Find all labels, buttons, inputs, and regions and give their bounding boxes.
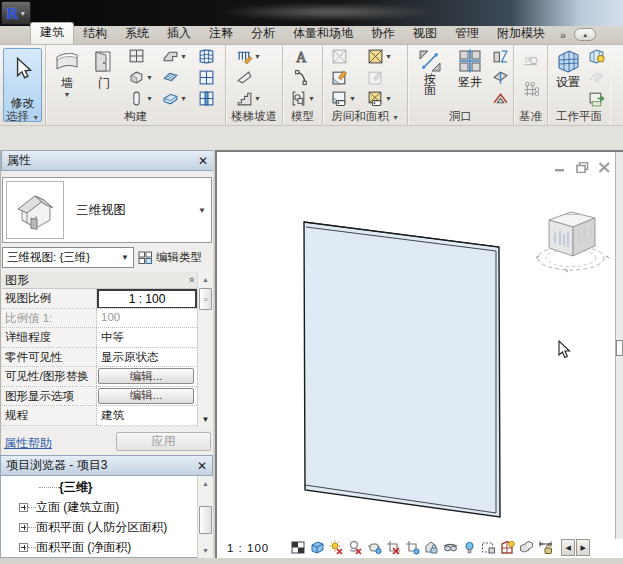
railing-dropdown[interactable]: ▼ xyxy=(254,53,261,60)
properties-header[interactable]: 属性 ✕ xyxy=(1,150,214,171)
view-lock-icon[interactable] xyxy=(424,540,439,555)
tab-manage[interactable]: 管理 xyxy=(446,23,488,44)
vertical-opening-button[interactable] xyxy=(492,69,509,86)
drawing-area[interactable]: 1 : 100 xyxy=(215,150,623,558)
shadows-icon[interactable] xyxy=(348,540,363,555)
parts-visibility-value[interactable]: 显示原状态 xyxy=(97,348,197,367)
tree-item-elevations[interactable]: 立面 (建筑立面) xyxy=(1,497,197,517)
stair-dropdown[interactable]: ▼ xyxy=(254,95,261,102)
edit-type-button[interactable]: 编辑类型 xyxy=(138,247,214,268)
roof-button[interactable] xyxy=(162,48,179,65)
displacement-sets-icon[interactable] xyxy=(519,540,534,555)
stair-button[interactable] xyxy=(236,90,253,107)
panel-label-opening[interactable]: 洞口 xyxy=(408,109,513,124)
viewbar-scroll-right-button[interactable]: ▶ xyxy=(576,539,590,556)
tag-room-button[interactable] xyxy=(331,90,348,107)
instance-combo[interactable]: 三维视图: {三维} ▼ xyxy=(2,247,134,268)
tab-analyze[interactable]: 分析 xyxy=(242,23,284,44)
tab-systems[interactable]: 系统 xyxy=(116,23,158,44)
rendering-dialog-icon[interactable] xyxy=(367,540,382,555)
panel-label-build[interactable]: 构建 xyxy=(46,109,225,124)
wall-button[interactable]: 墙 ▼ xyxy=(51,49,83,97)
area-boundary-button[interactable] xyxy=(367,69,384,86)
group-header-graphics[interactable]: 图形 » xyxy=(2,272,197,289)
panel-label-model[interactable]: 模型 xyxy=(283,109,322,124)
tree-item-area-plans-civil[interactable]: 面积平面 (人防分区面积) xyxy=(1,517,197,537)
scroll-up-icon[interactable]: ▲ xyxy=(199,477,212,490)
opening-by-face-button[interactable]: 按 面 xyxy=(412,48,448,96)
temporary-view-properties-icon[interactable] xyxy=(481,540,496,555)
group-collapse-icon[interactable]: » xyxy=(186,278,197,283)
detail-level-value[interactable]: 中等 xyxy=(97,328,197,347)
panel-label-stairs[interactable]: 楼梯坡道 xyxy=(226,109,282,124)
model-group-dropdown[interactable]: ▼ xyxy=(308,95,315,102)
visual-style-icon[interactable] xyxy=(310,540,325,555)
workplane-viewer-button[interactable] xyxy=(588,90,605,107)
tab-architecture[interactable]: 建筑 xyxy=(30,22,74,44)
canvas-vertical-scrollbar[interactable] xyxy=(615,152,623,539)
panel-label-workplane[interactable]: 工作平面 xyxy=(548,109,610,124)
crop-view-icon[interactable] xyxy=(386,540,401,555)
minimize-ribbon-button[interactable]: ▲ xyxy=(574,28,596,41)
door-button[interactable]: 门 xyxy=(88,49,120,92)
area-dropdown[interactable]: ▼ xyxy=(385,53,392,60)
discipline-value[interactable]: 建筑 xyxy=(97,406,197,425)
panel-label-select[interactable]: 选择 ▼ xyxy=(0,109,45,124)
scroll-down-icon[interactable]: ▼ xyxy=(199,544,212,557)
ramp-button[interactable] xyxy=(236,69,253,86)
display-options-edit-button[interactable]: 编辑... xyxy=(98,388,194,404)
tab-overflow-icon[interactable]: » xyxy=(554,27,568,44)
tree-item-area-plans-net[interactable]: 面积平面 (净面积) xyxy=(1,537,197,557)
shaft-button[interactable]: 竖井 xyxy=(452,48,488,91)
model-group-button[interactable] xyxy=(290,90,307,107)
expand-icon[interactable] xyxy=(19,503,28,512)
tab-collaborate[interactable]: 协作 xyxy=(362,23,404,44)
expand-icon[interactable] xyxy=(19,523,28,532)
window-button[interactable] xyxy=(128,48,145,65)
sun-path-icon[interactable] xyxy=(329,540,344,555)
mullion-button[interactable] xyxy=(198,90,215,107)
view-scale-button[interactable]: 1 : 100 xyxy=(227,542,269,554)
floor-button[interactable] xyxy=(162,90,179,107)
ceiling-button[interactable] xyxy=(162,69,179,86)
view-scale-input[interactable]: 1 : 100 xyxy=(97,289,197,308)
properties-scrollbar[interactable]: ▲ ≡ ▼ xyxy=(197,272,213,427)
reveal-hidden-icon[interactable] xyxy=(462,540,477,555)
scroll-down-icon[interactable]: ▼ xyxy=(199,413,212,426)
application-menu-button[interactable]: R ▼ xyxy=(1,1,31,25)
vg-edit-button[interactable]: 编辑... xyxy=(98,368,194,384)
type-selector[interactable]: 三维视图 ▼ xyxy=(2,177,212,243)
room-separator-button[interactable] xyxy=(331,69,348,86)
room-button[interactable] xyxy=(331,48,348,65)
hide-isolate-icon[interactable] xyxy=(443,540,458,555)
component-button[interactable] xyxy=(128,69,145,86)
model-line-button[interactable] xyxy=(293,69,310,86)
apply-button[interactable]: 应用 xyxy=(116,432,211,451)
grid-button[interactable] xyxy=(522,81,539,98)
component-dropdown[interactable]: ▼ xyxy=(146,74,153,81)
tree-item-3d-view[interactable]: {三维} xyxy=(1,477,197,497)
tab-insert[interactable]: 插入 xyxy=(158,23,200,44)
project-browser-close-icon[interactable]: ✕ xyxy=(197,459,207,473)
column-button[interactable] xyxy=(128,90,145,107)
tab-massing-site[interactable]: 体量和场地 xyxy=(284,23,362,44)
scroll-up-icon[interactable]: ▲ xyxy=(199,273,212,286)
viewbar-scroll-left-button[interactable]: ◀ xyxy=(561,539,575,556)
tab-view[interactable]: 视图 xyxy=(404,23,446,44)
set-workplane-button[interactable]: 设置 xyxy=(550,48,586,91)
dormer-button[interactable] xyxy=(492,90,509,107)
reveal-constraints-icon[interactable] xyxy=(538,540,553,555)
tag-area-button[interactable] xyxy=(367,90,384,107)
properties-help-link[interactable]: 属性帮助 xyxy=(4,435,52,452)
tab-addins[interactable]: 附加模块 xyxy=(488,23,554,44)
roof-dropdown[interactable]: ▼ xyxy=(180,53,187,60)
properties-close-icon[interactable]: ✕ xyxy=(198,154,208,168)
panel-label-datum[interactable]: 基准 xyxy=(514,109,547,124)
detail-level-icon[interactable] xyxy=(291,540,306,555)
analytical-model-icon[interactable] xyxy=(500,540,515,555)
curtain-grid-button[interactable] xyxy=(198,69,215,86)
tag-area-dropdown[interactable]: ▼ xyxy=(385,95,392,102)
floor-dropdown[interactable]: ▼ xyxy=(180,95,187,102)
tab-structure[interactable]: 结构 xyxy=(74,23,116,44)
column-dropdown[interactable]: ▼ xyxy=(146,95,153,102)
